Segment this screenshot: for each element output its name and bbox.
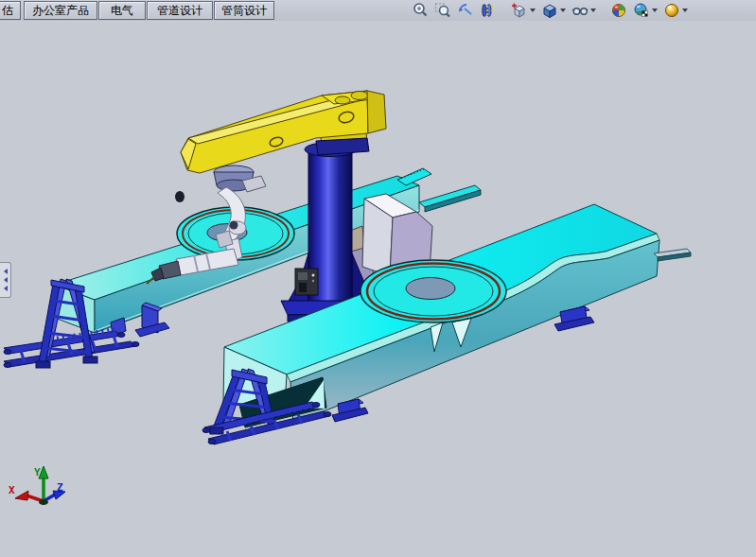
apply-scene-icon[interactable] <box>632 1 659 20</box>
collapse-arrow-icon <box>4 286 8 291</box>
tab-electrical[interactable]: 电气 <box>98 1 146 20</box>
view-settings-icon[interactable] <box>662 1 689 20</box>
collapse-arrow-icon <box>4 277 8 283</box>
edit-appearance-icon[interactable] <box>609 1 628 20</box>
right-rotary-ring[interactable] <box>360 260 506 322</box>
display-style-dropdown[interactable] <box>560 9 566 12</box>
command-tab-bar: 估 办公室产品 电气 管道设计 管筒设计 <box>0 0 756 22</box>
view-settings-dropdown[interactable] <box>682 9 688 12</box>
view-orientation-icon[interactable] <box>510 1 536 20</box>
zoom-to-fit-icon[interactable] <box>411 1 430 20</box>
feature-tree-flyout-button[interactable] <box>0 262 11 298</box>
section-view-icon[interactable] <box>479 1 498 20</box>
tab-tubing[interactable]: 管筒设计 <box>214 1 274 20</box>
column-control-box[interactable] <box>295 269 318 295</box>
apply-scene-dropdown[interactable] <box>652 9 658 12</box>
triad-z-label: Z <box>57 481 63 494</box>
orientation-triad: Y X Z <box>9 466 65 505</box>
tab-office-products[interactable]: 办公室产品 <box>24 1 97 20</box>
hide-show-items-icon[interactable] <box>571 1 597 20</box>
hide-show-items-dropdown[interactable] <box>590 9 596 12</box>
zoom-to-area-icon[interactable] <box>433 1 452 20</box>
collapse-arrow-icon <box>4 269 8 274</box>
triad-x-label: X <box>9 484 15 496</box>
tab-piping[interactable]: 管道设计 <box>147 1 213 20</box>
triad-y-label: Y <box>34 466 41 479</box>
display-style-icon[interactable] <box>540 1 567 20</box>
view-orientation-dropdown[interactable] <box>530 9 536 12</box>
solidworks-window: { "command_tabs": { "partial_tab": {"lab… <box>0 0 756 557</box>
graphics-viewport[interactable]: Y X Z <box>0 21 756 557</box>
model-3d-view[interactable]: Y X Z <box>0 21 756 557</box>
heads-up-view-toolbar <box>411 0 689 21</box>
tab-partial-evaluate[interactable]: 估 <box>0 1 21 20</box>
previous-view-icon[interactable] <box>456 1 475 20</box>
